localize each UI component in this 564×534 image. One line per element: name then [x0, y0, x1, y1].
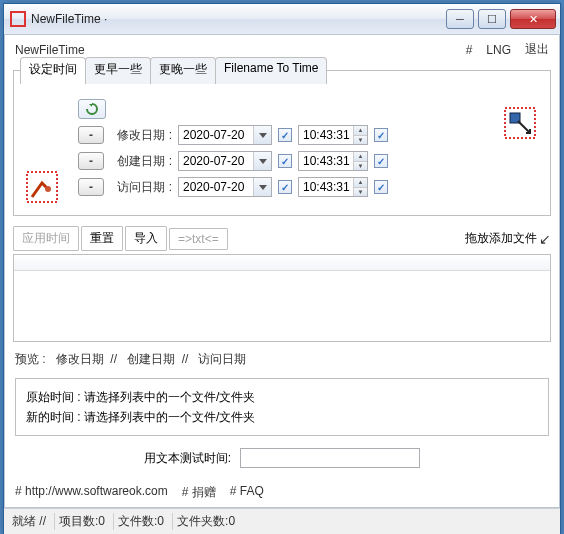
svg-point-1: [45, 186, 51, 192]
time-panel: 设定时间 更早一些 更晚一些 Filename To Time: [13, 70, 551, 216]
chevron-up-icon[interactable]: ▲: [353, 178, 367, 188]
menu-exit[interactable]: 退出: [525, 41, 549, 58]
clear-create-button[interactable]: -: [78, 152, 104, 170]
titlebar[interactable]: NewFileTime · ─ ☐ ✕: [4, 4, 560, 34]
file-list[interactable]: [13, 254, 551, 342]
maximize-button[interactable]: ☐: [478, 9, 506, 29]
create-time-check[interactable]: [374, 154, 388, 168]
window-title: NewFileTime ·: [31, 12, 446, 26]
close-button[interactable]: ✕: [510, 9, 556, 29]
drag-arrow-icon: ↙: [539, 231, 551, 247]
reset-button[interactable]: 重置: [81, 226, 123, 251]
tab-earlier[interactable]: 更早一些: [85, 57, 151, 84]
stamp-tool-icon[interactable]: [26, 171, 58, 203]
mod-date-check[interactable]: [278, 128, 292, 142]
preview-bar: 预览 : 修改日期 // 创建日期 // 访问日期: [5, 345, 559, 374]
tab-set-time[interactable]: 设定时间: [20, 57, 86, 84]
calendar-icon[interactable]: [253, 126, 271, 144]
svg-rect-0: [27, 172, 57, 202]
access-time-check[interactable]: [374, 180, 388, 194]
chevron-up-icon[interactable]: ▲: [353, 126, 367, 136]
menu-lng[interactable]: LNG: [486, 43, 511, 57]
chevron-up-icon[interactable]: ▲: [353, 152, 367, 162]
access-date-check[interactable]: [278, 180, 292, 194]
tab-filename-to-time[interactable]: Filename To Time: [215, 57, 327, 84]
create-date-label: 创建日期 :: [110, 153, 172, 170]
pick-time-icon[interactable]: [504, 107, 536, 139]
minimize-button[interactable]: ─: [446, 9, 474, 29]
mod-date-label: 修改日期 :: [110, 127, 172, 144]
tab-later[interactable]: 更晚一些: [150, 57, 216, 84]
clear-access-button[interactable]: -: [78, 178, 104, 196]
test-time-input[interactable]: [240, 448, 420, 468]
faq-link[interactable]: # FAQ: [230, 484, 264, 501]
drag-drop-label: 拖放添加文件: [465, 230, 537, 247]
apply-time-button[interactable]: 应用时间: [13, 226, 79, 251]
clear-mod-button[interactable]: -: [78, 126, 104, 144]
export-txt-button[interactable]: =>txt<=: [169, 228, 228, 250]
import-button[interactable]: 导入: [125, 226, 167, 251]
test-time-label: 用文本测试时间:: [144, 451, 231, 465]
website-link[interactable]: # http://www.softwareok.com: [15, 484, 168, 501]
status-bar: 就绪 // 项目数:0 文件数:0 文件夹数:0: [4, 508, 560, 534]
mod-time-check[interactable]: [374, 128, 388, 142]
info-box: 原始时间 : 请选择列表中的一个文件/文件夹 新的时间 : 请选择列表中的一个文…: [15, 378, 549, 436]
calendar-icon[interactable]: [253, 178, 271, 196]
chevron-down-icon[interactable]: ▼: [353, 162, 367, 171]
app-icon: [10, 11, 26, 27]
app-name-label[interactable]: NewFileTime: [15, 43, 85, 57]
donate-link[interactable]: # 捐赠: [182, 484, 216, 501]
chevron-down-icon[interactable]: ▼: [353, 188, 367, 197]
chevron-down-icon[interactable]: ▼: [353, 136, 367, 145]
create-date-check[interactable]: [278, 154, 292, 168]
menu-hash[interactable]: #: [466, 43, 473, 57]
refresh-now-button[interactable]: [78, 99, 106, 119]
calendar-icon[interactable]: [253, 152, 271, 170]
access-date-label: 访问日期 :: [110, 179, 172, 196]
